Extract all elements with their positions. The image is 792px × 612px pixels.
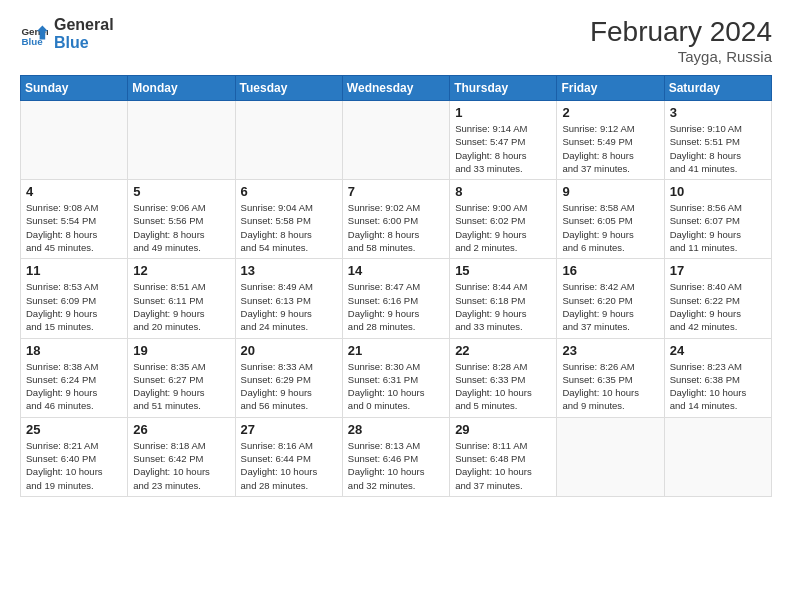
calendar-cell bbox=[128, 101, 235, 180]
logo-icon: General Blue bbox=[20, 20, 48, 48]
day-number: 2 bbox=[562, 105, 658, 120]
calendar-cell: 16Sunrise: 8:42 AMSunset: 6:20 PMDayligh… bbox=[557, 259, 664, 338]
day-number: 3 bbox=[670, 105, 766, 120]
logo-line1: General bbox=[54, 16, 114, 34]
day-number: 17 bbox=[670, 263, 766, 278]
calendar-cell: 19Sunrise: 8:35 AMSunset: 6:27 PMDayligh… bbox=[128, 338, 235, 417]
day-number: 27 bbox=[241, 422, 337, 437]
day-number: 12 bbox=[133, 263, 229, 278]
calendar-cell: 29Sunrise: 8:11 AMSunset: 6:48 PMDayligh… bbox=[450, 417, 557, 496]
calendar-week-row: 18Sunrise: 8:38 AMSunset: 6:24 PMDayligh… bbox=[21, 338, 772, 417]
calendar-week-row: 1Sunrise: 9:14 AMSunset: 5:47 PMDaylight… bbox=[21, 101, 772, 180]
calendar-cell: 1Sunrise: 9:14 AMSunset: 5:47 PMDaylight… bbox=[450, 101, 557, 180]
calendar-page: General Blue General Blue February 2024 … bbox=[0, 0, 792, 612]
day-number: 21 bbox=[348, 343, 444, 358]
month-year: February 2024 bbox=[590, 16, 772, 48]
title-block: February 2024 Tayga, Russia bbox=[590, 16, 772, 65]
day-info: Sunrise: 8:28 AMSunset: 6:33 PMDaylight:… bbox=[455, 360, 551, 413]
day-info: Sunrise: 9:14 AMSunset: 5:47 PMDaylight:… bbox=[455, 122, 551, 175]
calendar-cell: 9Sunrise: 8:58 AMSunset: 6:05 PMDaylight… bbox=[557, 180, 664, 259]
day-info: Sunrise: 9:10 AMSunset: 5:51 PMDaylight:… bbox=[670, 122, 766, 175]
day-info: Sunrise: 8:58 AMSunset: 6:05 PMDaylight:… bbox=[562, 201, 658, 254]
day-number: 24 bbox=[670, 343, 766, 358]
day-number: 4 bbox=[26, 184, 122, 199]
calendar-cell: 20Sunrise: 8:33 AMSunset: 6:29 PMDayligh… bbox=[235, 338, 342, 417]
calendar-week-row: 4Sunrise: 9:08 AMSunset: 5:54 PMDaylight… bbox=[21, 180, 772, 259]
day-number: 9 bbox=[562, 184, 658, 199]
day-info: Sunrise: 8:42 AMSunset: 6:20 PMDaylight:… bbox=[562, 280, 658, 333]
day-number: 5 bbox=[133, 184, 229, 199]
day-number: 11 bbox=[26, 263, 122, 278]
day-number: 14 bbox=[348, 263, 444, 278]
day-of-week-header: Thursday bbox=[450, 76, 557, 101]
calendar-cell: 10Sunrise: 8:56 AMSunset: 6:07 PMDayligh… bbox=[664, 180, 771, 259]
day-info: Sunrise: 9:02 AMSunset: 6:00 PMDaylight:… bbox=[348, 201, 444, 254]
calendar-cell bbox=[664, 417, 771, 496]
day-info: Sunrise: 8:56 AMSunset: 6:07 PMDaylight:… bbox=[670, 201, 766, 254]
calendar-cell: 28Sunrise: 8:13 AMSunset: 6:46 PMDayligh… bbox=[342, 417, 449, 496]
day-info: Sunrise: 8:44 AMSunset: 6:18 PMDaylight:… bbox=[455, 280, 551, 333]
day-info: Sunrise: 8:26 AMSunset: 6:35 PMDaylight:… bbox=[562, 360, 658, 413]
day-info: Sunrise: 9:12 AMSunset: 5:49 PMDaylight:… bbox=[562, 122, 658, 175]
day-info: Sunrise: 8:49 AMSunset: 6:13 PMDaylight:… bbox=[241, 280, 337, 333]
calendar-cell bbox=[557, 417, 664, 496]
calendar-cell bbox=[21, 101, 128, 180]
day-info: Sunrise: 8:21 AMSunset: 6:40 PMDaylight:… bbox=[26, 439, 122, 492]
day-number: 19 bbox=[133, 343, 229, 358]
calendar-cell: 26Sunrise: 8:18 AMSunset: 6:42 PMDayligh… bbox=[128, 417, 235, 496]
calendar-cell: 11Sunrise: 8:53 AMSunset: 6:09 PMDayligh… bbox=[21, 259, 128, 338]
day-info: Sunrise: 8:16 AMSunset: 6:44 PMDaylight:… bbox=[241, 439, 337, 492]
day-number: 13 bbox=[241, 263, 337, 278]
calendar-week-row: 25Sunrise: 8:21 AMSunset: 6:40 PMDayligh… bbox=[21, 417, 772, 496]
calendar-cell: 3Sunrise: 9:10 AMSunset: 5:51 PMDaylight… bbox=[664, 101, 771, 180]
day-info: Sunrise: 8:18 AMSunset: 6:42 PMDaylight:… bbox=[133, 439, 229, 492]
day-number: 1 bbox=[455, 105, 551, 120]
day-info: Sunrise: 8:33 AMSunset: 6:29 PMDaylight:… bbox=[241, 360, 337, 413]
calendar-cell: 5Sunrise: 9:06 AMSunset: 5:56 PMDaylight… bbox=[128, 180, 235, 259]
calendar-cell bbox=[342, 101, 449, 180]
day-info: Sunrise: 8:30 AMSunset: 6:31 PMDaylight:… bbox=[348, 360, 444, 413]
header: General Blue General Blue February 2024 … bbox=[20, 16, 772, 65]
day-info: Sunrise: 9:08 AMSunset: 5:54 PMDaylight:… bbox=[26, 201, 122, 254]
calendar-cell: 13Sunrise: 8:49 AMSunset: 6:13 PMDayligh… bbox=[235, 259, 342, 338]
day-info: Sunrise: 8:51 AMSunset: 6:11 PMDaylight:… bbox=[133, 280, 229, 333]
day-info: Sunrise: 8:38 AMSunset: 6:24 PMDaylight:… bbox=[26, 360, 122, 413]
day-info: Sunrise: 8:47 AMSunset: 6:16 PMDaylight:… bbox=[348, 280, 444, 333]
calendar-cell bbox=[235, 101, 342, 180]
day-info: Sunrise: 9:06 AMSunset: 5:56 PMDaylight:… bbox=[133, 201, 229, 254]
header-row: SundayMondayTuesdayWednesdayThursdayFrid… bbox=[21, 76, 772, 101]
location: Tayga, Russia bbox=[590, 48, 772, 65]
day-of-week-header: Monday bbox=[128, 76, 235, 101]
day-number: 28 bbox=[348, 422, 444, 437]
day-info: Sunrise: 9:04 AMSunset: 5:58 PMDaylight:… bbox=[241, 201, 337, 254]
logo: General Blue General Blue bbox=[20, 16, 114, 51]
day-number: 15 bbox=[455, 263, 551, 278]
day-info: Sunrise: 8:11 AMSunset: 6:48 PMDaylight:… bbox=[455, 439, 551, 492]
day-info: Sunrise: 8:40 AMSunset: 6:22 PMDaylight:… bbox=[670, 280, 766, 333]
calendar-week-row: 11Sunrise: 8:53 AMSunset: 6:09 PMDayligh… bbox=[21, 259, 772, 338]
calendar-cell: 14Sunrise: 8:47 AMSunset: 6:16 PMDayligh… bbox=[342, 259, 449, 338]
day-number: 6 bbox=[241, 184, 337, 199]
day-of-week-header: Wednesday bbox=[342, 76, 449, 101]
calendar-cell: 6Sunrise: 9:04 AMSunset: 5:58 PMDaylight… bbox=[235, 180, 342, 259]
day-of-week-header: Saturday bbox=[664, 76, 771, 101]
calendar-cell: 8Sunrise: 9:00 AMSunset: 6:02 PMDaylight… bbox=[450, 180, 557, 259]
day-number: 16 bbox=[562, 263, 658, 278]
day-of-week-header: Friday bbox=[557, 76, 664, 101]
calendar-cell: 24Sunrise: 8:23 AMSunset: 6:38 PMDayligh… bbox=[664, 338, 771, 417]
calendar-cell: 21Sunrise: 8:30 AMSunset: 6:31 PMDayligh… bbox=[342, 338, 449, 417]
day-number: 7 bbox=[348, 184, 444, 199]
day-number: 25 bbox=[26, 422, 122, 437]
calendar-table: SundayMondayTuesdayWednesdayThursdayFrid… bbox=[20, 75, 772, 497]
day-info: Sunrise: 8:35 AMSunset: 6:27 PMDaylight:… bbox=[133, 360, 229, 413]
calendar-cell: 25Sunrise: 8:21 AMSunset: 6:40 PMDayligh… bbox=[21, 417, 128, 496]
calendar-cell: 17Sunrise: 8:40 AMSunset: 6:22 PMDayligh… bbox=[664, 259, 771, 338]
calendar-cell: 15Sunrise: 8:44 AMSunset: 6:18 PMDayligh… bbox=[450, 259, 557, 338]
day-number: 18 bbox=[26, 343, 122, 358]
calendar-cell: 2Sunrise: 9:12 AMSunset: 5:49 PMDaylight… bbox=[557, 101, 664, 180]
day-number: 10 bbox=[670, 184, 766, 199]
day-of-week-header: Tuesday bbox=[235, 76, 342, 101]
day-info: Sunrise: 9:00 AMSunset: 6:02 PMDaylight:… bbox=[455, 201, 551, 254]
day-number: 8 bbox=[455, 184, 551, 199]
calendar-cell: 4Sunrise: 9:08 AMSunset: 5:54 PMDaylight… bbox=[21, 180, 128, 259]
